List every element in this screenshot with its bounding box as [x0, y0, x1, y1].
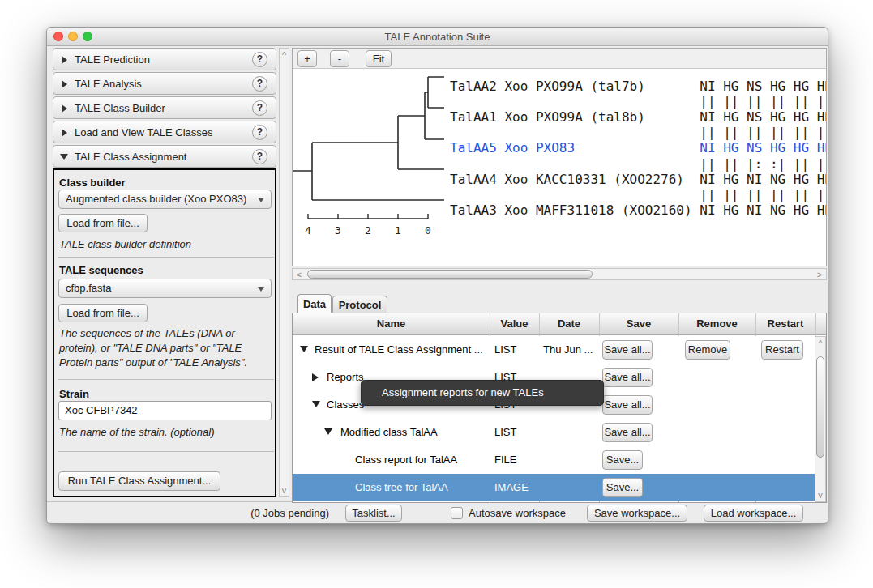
tab-data[interactable]: Data [297, 294, 332, 313]
col-value[interactable]: Value [490, 317, 539, 330]
tree-row-talaa4[interactable]: TalAA4 Xoo KACC10331 (XOO2276) NI HG NI … [450, 172, 826, 187]
divider [58, 451, 274, 452]
save-workspace-button[interactable]: Save workspace... [587, 505, 687, 522]
tale-class-assignment-panel: Class builder Augmented class builder (X… [53, 168, 276, 497]
expander-collapsed-icon[interactable] [312, 373, 319, 381]
chevron-down-icon [258, 198, 264, 202]
tree-viewer: + - Fit [292, 48, 827, 266]
expander-expanded-icon[interactable] [312, 401, 320, 407]
alignment-match-row: || || || || || || [450, 125, 826, 140]
row-name: Reports [327, 371, 364, 383]
autosave-label: Autosave workspace [469, 507, 566, 519]
table-header: Name Value Date Save Remove Restart [293, 313, 826, 335]
divider [58, 379, 274, 380]
scroll-right-icon[interactable]: > [815, 270, 824, 279]
col-date[interactable]: Date [539, 317, 599, 330]
save-button[interactable]: Save... [602, 478, 643, 497]
table-row[interactable]: Result of TALE Class Assignment ... LIST… [293, 336, 815, 364]
col-remove[interactable]: Remove [678, 317, 755, 330]
restart-button[interactable]: Restart [761, 340, 803, 360]
scroll-down-icon[interactable]: v [280, 485, 289, 495]
titlebar[interactable]: TALE Annotation Suite [47, 28, 828, 46]
col-restart[interactable]: Restart [755, 317, 815, 330]
tree-row-talaa5-highlighted[interactable]: TalAA5 Xoo PXO83 NI HG NS HG HG HD [450, 140, 826, 156]
row-date: Thu Jun ... [543, 343, 593, 356]
table-row-selected[interactable]: Class tree for TalAA IMAGE Save... [293, 474, 815, 501]
save-all-button[interactable]: Save all... [602, 395, 653, 415]
scrollbar-thumb[interactable] [307, 270, 593, 279]
zoom-out-button[interactable]: - [330, 50, 349, 67]
fit-button[interactable]: Fit [366, 50, 392, 67]
table-row[interactable]: Modified class TalAA LIST Save all... [293, 419, 815, 446]
tree-horizontal-scrollbar[interactable]: < > [292, 268, 827, 280]
scroll-down-icon[interactable]: v [815, 490, 825, 500]
expander-expanded-icon[interactable] [324, 428, 332, 435]
row-name: Class report for TalAA [355, 454, 457, 466]
class-builder-description: TALE class builder definition [59, 238, 191, 250]
tale-sequences-label: TALE sequences [59, 264, 143, 276]
section-label: TALE Prediction [75, 53, 150, 66]
col-save[interactable]: Save [599, 317, 678, 330]
tale-sequences-load-button[interactable]: Load from file... [58, 304, 148, 322]
save-all-button[interactable]: Save all... [602, 340, 653, 360]
alignment-match-row: || || || || || || [450, 94, 826, 109]
autosave-checkbox[interactable] [451, 507, 463, 519]
help-button[interactable]: ? [252, 76, 267, 92]
section-load-view-classes[interactable]: Load and View TALE Classes ? [53, 121, 276, 143]
save-all-button[interactable]: Save all... [602, 423, 653, 442]
help-button[interactable]: ? [252, 125, 267, 140]
row-name: Result of TALE Class Assignment ... [315, 343, 485, 356]
scroll-up-icon[interactable]: ^ [280, 50, 289, 60]
run-tale-class-assignment-button[interactable]: Run TALE Class Assignment... [58, 471, 220, 491]
scrollbar-thumb[interactable] [816, 356, 824, 458]
window-title: TALE Annotation Suite [47, 31, 828, 43]
remove-button[interactable]: Remove [685, 340, 730, 360]
table-row[interactable]: Class report for TalAA FILE Save... [293, 446, 815, 474]
table-scrollbar[interactable]: ^ v [815, 336, 826, 502]
zoom-in-button[interactable]: + [297, 50, 317, 67]
expander-expanded-icon [60, 154, 68, 160]
help-button[interactable]: ? [252, 100, 267, 116]
save-button[interactable]: Save... [602, 450, 643, 470]
scale-tick-1: 1 [390, 224, 406, 236]
class-builder-select[interactable]: Augmented class builder (Xoo PXO83) [58, 190, 272, 209]
tree-row-talaa3[interactable]: TalAA3 Xoo MAFF311018 (XOO2160) NI HG NI… [450, 202, 826, 218]
section-label: Load and View TALE Classes [75, 126, 213, 138]
section-tale-analysis[interactable]: TALE Analysis ? [53, 72, 276, 95]
tree-toolbar: + - Fit [293, 49, 826, 69]
expander-collapsed-icon [62, 129, 67, 137]
strain-input[interactable]: Xoc CFBP7342 [58, 401, 272, 420]
help-button[interactable]: ? [252, 149, 267, 164]
expander-expanded-icon[interactable] [300, 346, 308, 352]
tale-sequences-description-line2: protein), or "TALE DNA parts" or "TALE [59, 342, 242, 354]
section-label: TALE Analysis [75, 78, 142, 90]
help-button[interactable]: ? [252, 52, 267, 67]
strain-description: The name of the strain. (optional) [59, 426, 215, 438]
row-name: Classes [327, 398, 364, 411]
row-value: LIST [494, 426, 516, 438]
section-tale-class-assignment[interactable]: TALE Class Assignment ? [53, 145, 276, 168]
tree-row-talaa2[interactable]: TalAA2 Xoo PXO99A (tal7b) NI HG NS HG HG… [450, 79, 826, 94]
section-tale-prediction[interactable]: TALE Prediction ? [53, 48, 276, 70]
sidebar-scrollbar[interactable]: ^ v [279, 48, 289, 497]
tooltip: Assignment reports for new TALEs [361, 380, 604, 406]
scroll-up-icon[interactable]: ^ [815, 339, 825, 348]
class-builder-load-button[interactable]: Load from file... [58, 214, 148, 232]
load-workspace-button[interactable]: Load workspace... [704, 505, 803, 522]
section-tale-class-builder[interactable]: TALE Class Builder ? [53, 96, 276, 119]
scroll-left-icon[interactable]: < [295, 270, 303, 279]
tree-row-talaa1[interactable]: TalAA1 Xoo PXO99A (tal8b) NI HG NS HG HG… [450, 109, 826, 125]
data-table: Name Value Date Save Remove Restart Resu… [292, 313, 827, 503]
tasklist-button[interactable]: Tasklist... [345, 505, 402, 522]
strain-label: Strain [59, 388, 89, 400]
tale-sequences-select[interactable]: cfbp.fasta [58, 279, 272, 298]
row-value: LIST [494, 343, 516, 356]
tale-sequences-selected-value: cfbp.fasta [66, 282, 111, 294]
class-builder-selected-value: Augmented class builder (Xoo PXO83) [66, 193, 246, 205]
save-all-button[interactable]: Save all... [602, 368, 653, 387]
col-name[interactable]: Name [293, 317, 490, 330]
expander-collapsed-icon [62, 80, 67, 88]
tree-canvas[interactable]: 4 3 2 1 0 TalAA2 Xoo PXO99A (tal7b) NI H… [293, 69, 826, 266]
tab-protocol[interactable]: Protocol [332, 296, 387, 313]
desktop: TALE Annotation Suite TALE Prediction ? … [0, 0, 873, 588]
